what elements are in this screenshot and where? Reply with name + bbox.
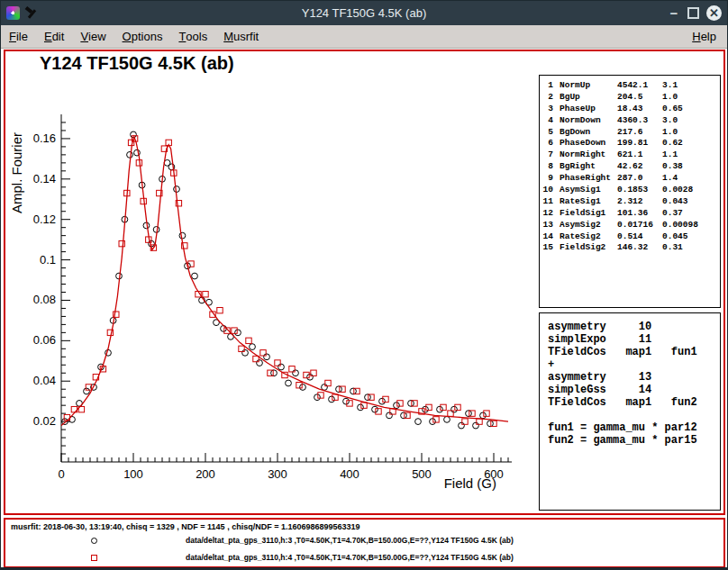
fit-parameter-box: 1NormUp4542.13.12BgUp204.51.03PhaseUp18.… (539, 75, 721, 308)
menu-edit[interactable]: Edit (36, 25, 72, 48)
info-pad: musrfit: 2018-06-30, 13:19:40, chisq = 1… (4, 518, 725, 568)
menu-help[interactable]: Help (683, 25, 725, 48)
fit-curve (61, 137, 508, 426)
menu-items: FileEditViewOptionsToolsMusrfit (1, 25, 267, 48)
legend-circle-marker (91, 538, 97, 544)
x-axis-title: Field (G) (444, 475, 496, 491)
param-row-5: 5BgDown217.61.0 (540, 127, 720, 139)
menubar: FileEditViewOptionsToolsMusrfit Help (1, 25, 727, 49)
param-row-4: 4NormDown4360.33.0 (540, 115, 720, 127)
param-row-2: 2BgUp204.51.0 (540, 92, 720, 104)
maximize-button[interactable] (687, 7, 699, 19)
svg-text:0.06: 0.06 (33, 333, 56, 347)
titlebar[interactable]: Y124 TF150G 4.5K (ab) − ✕ (1, 1, 727, 25)
param-row-13: 13AsymSig20.017160.00098 (540, 220, 720, 231)
hammer-icon (24, 6, 38, 20)
svg-text:0.16: 0.16 (33, 131, 56, 145)
legend-row-2: data/deltat_pta_gps_3110,h:4 ,T0=4.50K,T… (5, 551, 723, 565)
svg-text:0.04: 0.04 (33, 374, 56, 387)
fit-info-text: musrfit: 2018-06-30, 13:19:40, chisq = 1… (11, 522, 359, 531)
menu-tools[interactable]: Tools (170, 25, 215, 48)
param-row-14: 14RateSig20.5140.045 (540, 231, 720, 243)
legend-label: data/deltat_pta_gps_3110,h:4 ,T0=4.50K,T… (186, 553, 514, 562)
window-title: Y124 TF150G 4.5K (ab) (1, 6, 727, 20)
y-axis: 0.020.040.060.080.10.120.140.16 (33, 114, 70, 462)
y-axis-title: Ampl. Fourier (9, 132, 24, 213)
series-square-markers (64, 136, 496, 427)
legend-label: data/deltat_pta_gps_3110,h:3 ,T0=4.50K,T… (186, 536, 514, 545)
svg-text:300: 300 (268, 467, 287, 481)
param-row-6: 6PhaseDown199.810.62 (540, 138, 720, 149)
param-row-15: 15FieldSig2146.320.31 (540, 242, 720, 254)
menu-options[interactable]: Options (114, 25, 171, 48)
app-window: Y124 TF150G 4.5K (ab) − ✕ FileEditViewOp… (0, 0, 728, 570)
svg-text:0: 0 (58, 467, 64, 481)
musrfit-app-icon (6, 6, 20, 20)
legend-row-1: data/deltat_pta_gps_3110,h:3 ,T0=4.50K,T… (5, 534, 723, 548)
theory-box: asymmetry 10 simplExpo 11 TFieldCos map1… (539, 312, 721, 511)
plot-title: Y124 TF150G 4.5K (ab) (40, 53, 234, 74)
param-row-7: 7NormRight621.11.1 (540, 149, 720, 161)
menu-view[interactable]: View (72, 25, 114, 48)
svg-text:0.02: 0.02 (33, 414, 56, 428)
legend-square-marker (91, 555, 97, 561)
series-circle-markers (62, 131, 494, 429)
svg-text:0.12: 0.12 (33, 213, 56, 226)
param-row-12: 12FieldSig1101.360.37 (540, 208, 720, 220)
svg-text:0.08: 0.08 (33, 293, 56, 306)
param-row-10: 10AsymSig10.18530.0028 (540, 185, 720, 196)
theory-text: asymmetry 10 simplExpo 11 TFieldCos map1… (540, 313, 720, 447)
param-row-9: 9PhaseRight287.01.4 (540, 173, 720, 185)
svg-text:100: 100 (123, 467, 143, 481)
svg-text:0.1: 0.1 (40, 253, 56, 267)
menu-musrfit[interactable]: Musrfit (215, 25, 267, 48)
close-button[interactable]: ✕ (706, 5, 722, 21)
plot-svg[interactable]: 01002003004005006000.020.040.060.080.10.… (7, 95, 539, 511)
svg-text:400: 400 (340, 467, 359, 481)
svg-text:0.14: 0.14 (33, 172, 56, 185)
svg-text:500: 500 (412, 467, 432, 481)
minimize-button[interactable]: − (668, 7, 680, 20)
menu-file[interactable]: File (1, 25, 36, 48)
main-canvas-pad[interactable]: Y124 TF150G 4.5K (ab) 010020030040050060… (4, 50, 725, 515)
param-row-11: 11RateSig12.3120.043 (540, 196, 720, 208)
param-row-1: 1NormUp4542.13.1 (540, 80, 720, 92)
param-row-3: 3PhaseUp18.430.65 (540, 104, 720, 115)
svg-text:200: 200 (196, 467, 215, 481)
param-row-8: 8BgRight42.620.38 (540, 161, 720, 173)
